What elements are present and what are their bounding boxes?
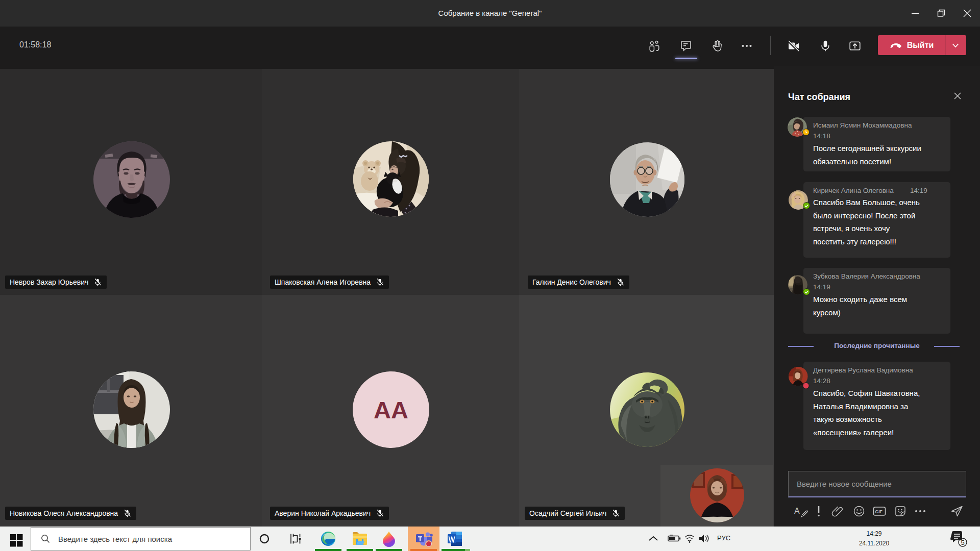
svg-text:АА: АА xyxy=(374,396,408,423)
svg-text:GIF: GIF xyxy=(875,509,883,514)
svg-text:A: A xyxy=(794,507,800,515)
svg-text:5: 5 xyxy=(961,539,964,546)
